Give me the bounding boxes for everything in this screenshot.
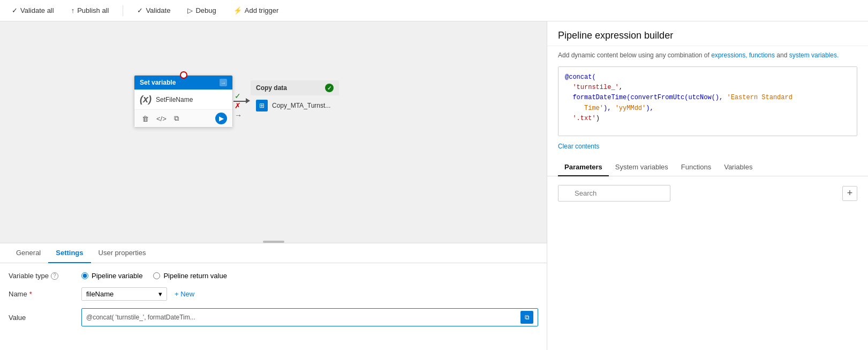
node-clone-button[interactable]: ⧉: [172, 113, 181, 124]
search-row: 🔍 +: [558, 185, 857, 202]
canvas-divider: [263, 241, 284, 243]
canvas-area: Set variable → (x) SetFileName 🗑 </> ⧉ ▶: [0, 21, 547, 350]
publish-all-label: Publish all: [77, 6, 109, 14]
link-expressions[interactable]: expressions,: [711, 51, 747, 59]
name-row: Name * fileName ▾ + New: [9, 287, 538, 301]
copy-data-icon: ⊞: [256, 100, 268, 111]
expression-editor[interactable]: @concat( 'turnstile_', formatDateTime(co…: [558, 66, 857, 136]
complete-icon: →: [235, 111, 242, 120]
main-area: Set variable → (x) SetFileName 🗑 </> ⧉ ▶: [0, 21, 868, 350]
expr-tab-functions[interactable]: Functions: [675, 159, 718, 176]
name-dropdown[interactable]: fileName ▾: [81, 287, 167, 301]
publish-all-button[interactable]: ↑ Publish all: [68, 4, 112, 17]
validate-label: Validate: [146, 6, 170, 14]
connection-dot-top: [180, 71, 187, 79]
expr-turnstile: 'turnstile_': [572, 84, 618, 91]
expression-builder-desc: Add dynamic content below using any comb…: [547, 46, 868, 66]
node-header-arrow-right[interactable]: →: [220, 79, 227, 86]
right-panel: Pipeline expression builder Add dynamic …: [547, 21, 868, 350]
variable-type-row: Variable type ? Pipeline variable Pipeli…: [9, 272, 538, 280]
debug-icon: ▷: [187, 6, 193, 14]
variable-type-label: Variable type ?: [9, 272, 73, 280]
radio-pipeline-variable[interactable]: Pipeline variable: [81, 272, 142, 280]
node-delete-button[interactable]: 🗑: [140, 114, 151, 124]
set-variable-body: (x) SetFileName: [134, 90, 232, 109]
copy-data-node[interactable]: Copy data ✓ ⊞ Copy_MTA_Turnst...: [251, 80, 339, 116]
publish-all-icon: ↑: [71, 6, 75, 14]
expr-tz: 'Eastern Standard: [727, 94, 792, 101]
top-toolbar: ✓ Validate all ↑ Publish all ✓ Validate …: [0, 0, 868, 21]
value-input-text: @concat( 'turnstile_', formatDateTim...: [86, 314, 520, 321]
name-label: Name *: [9, 290, 73, 298]
set-variable-title: Set variable: [140, 79, 176, 86]
debug-label: Debug: [195, 6, 216, 14]
tab-general[interactable]: General: [9, 243, 48, 263]
add-trigger-button[interactable]: ⚡ Add trigger: [230, 4, 282, 17]
clear-contents-link[interactable]: Clear contents: [547, 143, 868, 157]
value-input[interactable]: @concat( 'turnstile_', formatDateTim... …: [81, 308, 538, 326]
tab-user-properties[interactable]: User properties: [91, 243, 154, 263]
success-icon: ✓: [235, 92, 242, 100]
expr-paren2: ),: [646, 105, 653, 112]
node-run-button[interactable]: ▶: [215, 113, 227, 124]
expr-space4: [565, 115, 572, 122]
set-variable-node[interactable]: Set variable → (x) SetFileName 🗑 </> ⧉ ▶: [134, 75, 233, 128]
expr-txt: '.txt': [572, 115, 595, 122]
expr-tz2: Time': [584, 105, 603, 112]
copy-data-body: ⊞ Copy_MTA_Turnst...: [251, 95, 339, 116]
search-wrapper: 🔍: [558, 185, 838, 202]
validate-all-button[interactable]: ✓ Validate all: [9, 4, 57, 17]
new-button[interactable]: + New: [171, 288, 198, 300]
debug-button[interactable]: ▷ Debug: [184, 4, 219, 17]
radio-pipeline-return[interactable]: Pipeline return value: [153, 272, 227, 280]
expr-space2: [565, 94, 572, 101]
value-label: Value: [9, 314, 73, 322]
add-trigger-label: Add trigger: [245, 6, 279, 14]
expr-space3: [565, 105, 584, 112]
pipeline-canvas: Set variable → (x) SetFileName 🗑 </> ⧉ ▶: [0, 21, 547, 243]
validate-icon: ✓: [137, 6, 143, 14]
dropdown-chevron: ▾: [158, 290, 162, 298]
expr-string1: [565, 84, 572, 91]
expression-builder-title: Pipeline expression builder: [547, 21, 868, 46]
name-controls: fileName ▾ + New: [81, 287, 538, 301]
expr-concat: @concat(: [565, 73, 596, 81]
value-controls: @concat( 'turnstile_', formatDateTim... …: [81, 308, 538, 326]
expression-tabs: Parameters System variables Functions Va…: [547, 159, 868, 176]
expr-paren3: ): [596, 115, 600, 122]
node-side-icons: ✓ ✗ →: [235, 92, 242, 120]
add-parameter-button[interactable]: +: [842, 186, 857, 201]
set-variable-name: SetFileName: [156, 96, 193, 103]
add-trigger-icon: ⚡: [233, 6, 242, 14]
variable-type-controls: Pipeline variable Pipeline return value: [81, 272, 538, 280]
tab-settings[interactable]: Settings: [48, 243, 90, 263]
copy-data-name: Copy_MTA_Turnst...: [272, 102, 330, 109]
toolbar-separator: [123, 5, 123, 16]
validate-all-label: Validate all: [20, 6, 54, 14]
link-functions[interactable]: functions: [749, 51, 775, 59]
error-icon: ✗: [235, 101, 242, 110]
value-row: Value @concat( 'turnstile_', formatDateT…: [9, 308, 538, 326]
node-toolbar: 🗑 </> ⧉ ▶: [134, 109, 232, 127]
bottom-tabs: General Settings User properties: [0, 243, 547, 263]
expression-search-area: 🔍 +: [547, 176, 868, 210]
variable-icon: (x): [140, 94, 152, 105]
expr-tab-variables[interactable]: Variables: [718, 159, 759, 176]
name-required: *: [29, 290, 32, 298]
value-copy-button[interactable]: ⧉: [520, 311, 533, 324]
variable-type-help-icon[interactable]: ?: [51, 272, 58, 280]
node-code-button[interactable]: </>: [154, 114, 169, 124]
copy-data-success-badge: ✓: [325, 84, 334, 92]
expr-tab-parameters[interactable]: Parameters: [558, 159, 609, 176]
bottom-panel: General Settings User properties Variabl…: [0, 243, 547, 350]
bottom-content: Variable type ? Pipeline variable Pipeli…: [0, 263, 547, 350]
expr-format: formatDateTime(convertFromUtc(utcNow(),: [572, 94, 723, 101]
search-input[interactable]: [558, 185, 670, 202]
link-system-variables[interactable]: system variables.: [789, 51, 839, 59]
connector-arrow: [246, 98, 250, 103]
copy-data-header: Copy data ✓: [251, 80, 339, 95]
validate-all-icon: ✓: [12, 6, 18, 14]
expr-format2: 'yyMMdd': [615, 105, 646, 112]
validate-button[interactable]: ✓ Validate: [134, 4, 173, 17]
expr-tab-system-variables[interactable]: System variables: [609, 159, 675, 176]
